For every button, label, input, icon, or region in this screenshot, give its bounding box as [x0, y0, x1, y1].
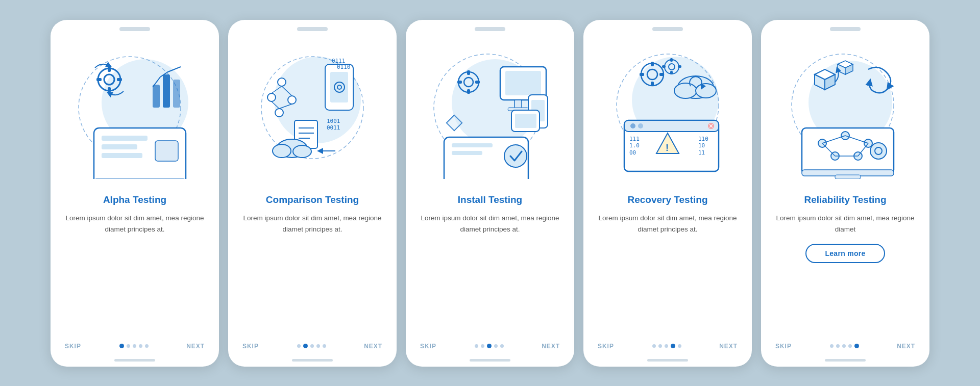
inactive-dot[interactable] — [836, 344, 840, 348]
card-content-reliability: Reliability TestingLorem ipsum dolor sit… — [761, 189, 929, 336]
svg-text:11: 11 — [698, 149, 705, 156]
inactive-dot[interactable] — [830, 344, 834, 348]
svg-rect-108 — [835, 175, 861, 179]
phone-card-alpha: Alpha TestingLorem ipsum dolor sit dim a… — [51, 20, 219, 367]
pagination-dots — [297, 344, 326, 348]
card-title: Comparison Testing — [266, 194, 359, 206]
svg-rect-20 — [330, 72, 348, 102]
active-dot[interactable] — [854, 344, 859, 348]
inactive-dot[interactable] — [475, 344, 478, 348]
svg-point-85 — [630, 123, 635, 128]
active-dot[interactable] — [303, 344, 308, 348]
next-button[interactable]: NEXT — [542, 343, 560, 350]
inactive-dot[interactable] — [133, 344, 136, 348]
illustration-alpha — [51, 31, 219, 189]
phone-footer: SKIPNEXT — [761, 336, 929, 359]
next-button[interactable]: NEXT — [364, 343, 382, 350]
skip-button[interactable]: SKIP — [598, 343, 614, 350]
next-button[interactable]: NEXT — [719, 343, 738, 350]
svg-point-81 — [696, 84, 716, 98]
next-button[interactable]: NEXT — [897, 343, 915, 350]
active-dot[interactable] — [487, 344, 492, 348]
inactive-dot[interactable] — [848, 344, 852, 348]
svg-rect-54 — [467, 70, 470, 75]
phone-footer: SKIPNEXT — [583, 336, 752, 359]
pagination-dots — [119, 344, 149, 348]
phone-card-comparison: 0111 0110 1001 0011 — [228, 20, 397, 367]
pagination-dots — [475, 344, 504, 348]
inactive-dot[interactable] — [323, 344, 326, 348]
svg-text:1001: 1001 — [327, 118, 340, 124]
svg-point-28 — [267, 93, 276, 101]
card-content-install: Install TestingLorem ipsum dolor sit dim… — [406, 189, 574, 336]
phone-notch — [297, 27, 328, 31]
inactive-dot[interactable] — [494, 344, 498, 348]
svg-rect-4 — [108, 67, 111, 72]
svg-point-80 — [674, 83, 697, 98]
inactive-dot[interactable] — [316, 344, 320, 348]
svg-rect-71 — [640, 73, 644, 76]
phone-footer: SKIPNEXT — [406, 336, 574, 359]
svg-rect-6 — [96, 78, 102, 81]
svg-rect-62 — [452, 143, 493, 147]
svg-point-27 — [278, 78, 286, 86]
skip-button[interactable]: SKIP — [420, 343, 436, 350]
svg-text:10: 10 — [698, 142, 705, 149]
svg-point-41 — [293, 145, 311, 158]
svg-point-119 — [870, 143, 887, 159]
inactive-dot[interactable] — [500, 344, 504, 348]
svg-rect-10 — [173, 80, 180, 108]
svg-rect-78 — [678, 65, 681, 68]
skip-button[interactable]: SKIP — [775, 343, 792, 350]
illustration-install — [406, 31, 574, 189]
inactive-dot[interactable] — [310, 344, 314, 348]
pagination-dots — [652, 344, 681, 348]
card-content-alpha: Alpha TestingLorem ipsum dolor sit dim a… — [51, 189, 219, 336]
svg-rect-57 — [475, 81, 480, 84]
next-button[interactable]: NEXT — [186, 343, 205, 350]
svg-rect-56 — [457, 81, 462, 84]
card-description: Lorem ipsum dolor sit dim amet, mea regi… — [775, 213, 915, 235]
skip-button[interactable]: SKIP — [242, 343, 259, 350]
card-content-comparison: Comparison TestingLorem ipsum dolor sit … — [228, 189, 397, 336]
svg-rect-51 — [515, 114, 536, 128]
inactive-dot[interactable] — [678, 344, 681, 348]
svg-rect-7 — [117, 78, 122, 81]
illustration-comparison: 0111 0110 1001 0011 — [228, 31, 397, 189]
inactive-dot[interactable] — [652, 344, 656, 348]
phone-notch — [475, 27, 505, 31]
svg-text:!: ! — [666, 143, 669, 153]
svg-rect-15 — [102, 153, 142, 158]
inactive-dot[interactable] — [481, 344, 484, 348]
inactive-dot[interactable] — [145, 344, 149, 348]
inactive-dot[interactable] — [665, 344, 668, 348]
card-description: Lorem ipsum dolor sit dim amet, mea regi… — [420, 213, 560, 235]
active-dot[interactable] — [119, 344, 124, 348]
learn-more-button[interactable]: Learn more — [805, 244, 885, 263]
inactive-dot[interactable] — [842, 344, 846, 348]
svg-point-29 — [288, 96, 296, 104]
svg-rect-5 — [108, 87, 111, 92]
svg-rect-9 — [163, 74, 170, 108]
card-description: Lorem ipsum dolor sit dim amet, mea regi… — [242, 213, 382, 235]
svg-rect-72 — [659, 73, 664, 76]
phone-notch — [652, 27, 683, 31]
inactive-dot[interactable] — [297, 344, 301, 348]
card-title: Alpha Testing — [103, 194, 166, 206]
phone-notch — [830, 27, 861, 31]
inactive-dot[interactable] — [658, 344, 662, 348]
home-bar — [647, 359, 688, 362]
svg-rect-55 — [467, 89, 470, 94]
home-bar — [292, 359, 333, 362]
svg-point-86 — [638, 123, 643, 128]
active-dot[interactable] — [671, 344, 675, 348]
card-description: Lorem ipsum dolor sit dim amet, mea regi… — [65, 213, 205, 235]
inactive-dot[interactable] — [139, 344, 142, 348]
svg-rect-16 — [155, 141, 178, 161]
svg-point-30 — [275, 109, 283, 117]
svg-text:0110: 0110 — [337, 64, 351, 70]
skip-button[interactable]: SKIP — [65, 343, 81, 350]
card-title: Install Testing — [458, 194, 522, 206]
phone-notch — [119, 27, 150, 31]
inactive-dot[interactable] — [127, 344, 130, 348]
